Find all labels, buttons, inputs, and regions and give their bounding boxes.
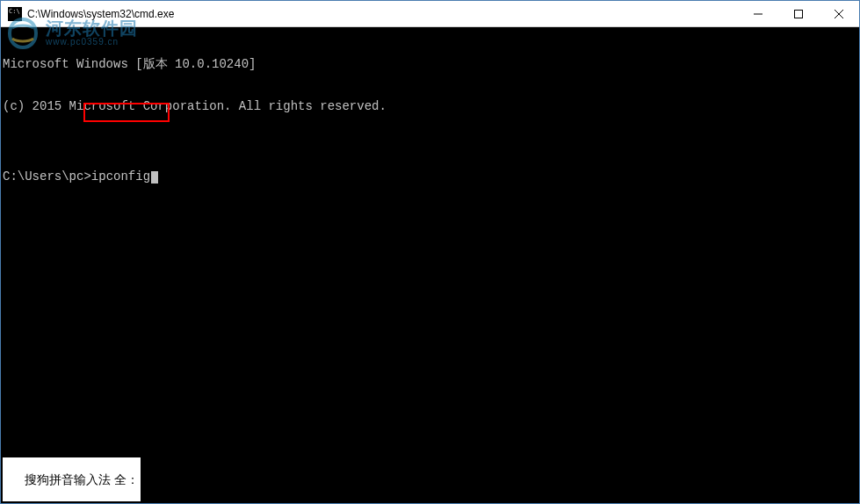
terminal-line-1: Microsoft Windows [版本 10.0.10240] <box>3 57 857 71</box>
window-controls <box>738 1 859 26</box>
cmd-window: C:\Windows\system32\cmd.exe Microsoft Wi… <box>0 0 860 504</box>
maximize-button[interactable] <box>778 1 819 26</box>
svg-rect-1 <box>795 10 803 18</box>
prompt-text: C:\Users\pc> <box>3 169 91 184</box>
terminal-line-2: (c) 2015 Microsoft Corporation. All righ… <box>3 99 857 113</box>
minimize-button[interactable] <box>738 1 778 26</box>
window-title: C:\Windows\system32\cmd.exe <box>27 8 738 20</box>
terminal-area[interactable]: Microsoft Windows [版本 10.0.10240] (c) 20… <box>1 27 859 503</box>
command-text: ipconfig <box>91 169 150 184</box>
close-button[interactable] <box>819 1 859 26</box>
cursor <box>151 171 158 184</box>
ime-text: 搜狗拼音输入法 全： <box>25 472 139 486</box>
terminal-prompt-line: C:\Users\pc>ipconfig <box>3 169 857 184</box>
cmd-icon <box>8 7 22 21</box>
titlebar[interactable]: C:\Windows\system32\cmd.exe <box>1 1 859 27</box>
ime-status-bar: 搜狗拼音输入法 全： <box>3 457 141 501</box>
